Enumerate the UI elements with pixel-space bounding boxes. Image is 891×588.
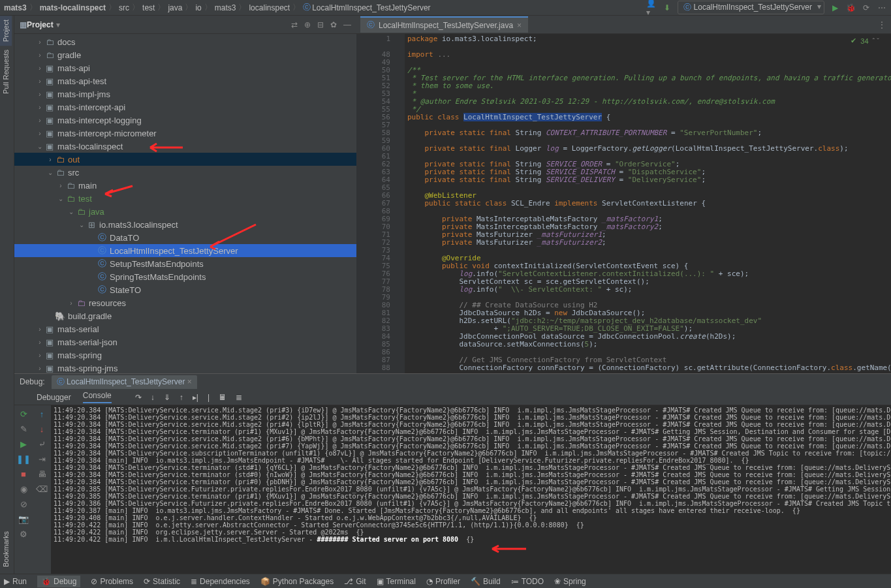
run-tab[interactable]: ▶ Run bbox=[4, 577, 27, 586]
tree-item[interactable]: ⓒDataTO bbox=[14, 231, 356, 244]
deps-tab[interactable]: ≣ Dependencies bbox=[191, 577, 250, 586]
resume-icon[interactable]: ▶ bbox=[20, 439, 27, 449]
run-config-select[interactable]: ⓒ LocalHtmlInspect_TestJettyServer bbox=[678, 1, 824, 14]
tree-item[interactable]: ⌄🗀java bbox=[14, 205, 356, 218]
step-over-icon[interactable]: ↷ bbox=[135, 393, 142, 402]
tree-item[interactable]: ⌄🗀test bbox=[14, 192, 356, 205]
editor-area: ⓒ LocalHtmlInspect_TestJettyServer.java … bbox=[356, 16, 891, 373]
profiler-tab[interactable]: ◔ Profiler bbox=[426, 577, 460, 586]
tree-item[interactable]: ⌄🗀src bbox=[14, 166, 356, 179]
coverage-icon[interactable]: ⟳ bbox=[861, 3, 871, 13]
pull-requests-tool[interactable]: Pull Requests bbox=[0, 46, 12, 98]
tree-item[interactable]: ›🗀docs bbox=[14, 35, 356, 48]
force-step-icon[interactable]: ⇓ bbox=[164, 393, 170, 402]
left-tool-strip: Project Pull Requests Bookmarks bbox=[0, 16, 14, 574]
debug-icon[interactable]: 🐞 bbox=[845, 3, 856, 13]
settings2-icon[interactable]: ⚙ bbox=[20, 529, 27, 539]
breadcrumb-bar: mats3〉 mats-localinspect〉 src〉 test〉 jav… bbox=[0, 0, 891, 16]
tree-item[interactable]: ›🗀resources bbox=[14, 296, 356, 309]
tree-item[interactable]: ›▣mats-api bbox=[14, 61, 356, 74]
step-out-icon[interactable]: ↑ bbox=[180, 393, 183, 402]
debug-side-controls: ⟳ ✎ ▶ ❚❚ ■ ◉ ⊘ 📷 ⚙ bbox=[14, 405, 33, 574]
tree-item[interactable]: ⌄▣mats-localinspect bbox=[14, 140, 356, 153]
debug-session-tab[interactable]: ⓒ LocalHtmlInspect_TestJettyServer × bbox=[52, 375, 197, 389]
tree-item[interactable]: ›▣mats-api-test bbox=[14, 74, 356, 87]
wrap-icon[interactable]: ⤶ bbox=[39, 439, 46, 449]
bottom-toolbar: ▶ Run 🐞 Debug ⊘ Problems ⟳ Statistic ≣ D… bbox=[0, 574, 891, 588]
close-tab-icon[interactable]: × bbox=[517, 21, 522, 30]
debug-panel: Debug: ⓒ LocalHtmlInspect_TestJettyServe… bbox=[14, 373, 891, 574]
tree-item[interactable]: ⓒLocalHtmlInspect_TestJettyServer bbox=[14, 244, 356, 257]
spring-tab[interactable]: ❀ Spring bbox=[554, 577, 586, 586]
tree-item[interactable]: ›▣mats-intercept-logging bbox=[14, 114, 356, 127]
editor-code[interactable]: package io.mats3.localinspect; import ..… bbox=[405, 34, 891, 373]
breadcrumb[interactable]: mats3〉 mats-localinspect〉 src〉 test〉 jav… bbox=[4, 2, 431, 13]
project-panel: ▦ Project ▾ ⇄ ⊕ ⊟ ✿ — ›🗀docs›🗀gradle›▣ma… bbox=[14, 16, 356, 373]
project-tool[interactable]: Project bbox=[0, 16, 12, 46]
stop-icon[interactable]: ■ bbox=[21, 469, 26, 479]
tree-item[interactable]: ⓒSetupTestMatsEndpoints bbox=[14, 257, 356, 270]
modify-icon[interactable]: ✎ bbox=[20, 424, 27, 434]
editor-gutter[interactable]: 1484950515253545556575859606162636465666… bbox=[356, 34, 394, 373]
build-icon[interactable]: ⬇ bbox=[662, 3, 672, 13]
mute-bp-icon[interactable]: ⊘ bbox=[20, 499, 27, 509]
debugger-tab[interactable]: Debugger bbox=[37, 393, 71, 402]
tree-item[interactable]: ›▣mats-spring bbox=[14, 348, 356, 362]
camera-icon[interactable]: 📷 bbox=[18, 514, 29, 524]
debug-title: Debug: bbox=[20, 377, 45, 386]
todo-tab[interactable]: ≔ TODO bbox=[511, 577, 544, 586]
tree-item[interactable]: 🐘build.gradle bbox=[14, 309, 356, 322]
console-side-controls: ↑ ↓ ⤶ ⇥ 🖶 ⌫ bbox=[33, 405, 51, 574]
tree-item[interactable]: ›▣mats-intercept-api bbox=[14, 101, 356, 114]
tree-item[interactable]: ›🗀gradle bbox=[14, 48, 356, 61]
up-icon[interactable]: ↑ bbox=[40, 409, 44, 419]
select-opened-icon[interactable]: ⇄ bbox=[291, 20, 298, 29]
console-output[interactable]: 11:49:20.384 [MATS:DeliveryService.servi… bbox=[51, 405, 891, 574]
run-icon[interactable]: ▶ bbox=[830, 3, 840, 13]
rerun-icon[interactable]: ⟳ bbox=[20, 409, 27, 419]
tree-item[interactable]: ›🗀main bbox=[14, 179, 356, 192]
build-tab[interactable]: 🔨 Build bbox=[471, 577, 501, 586]
editor-tab[interactable]: ⓒ LocalHtmlInspect_TestJettyServer.java … bbox=[360, 16, 528, 33]
console-tab[interactable]: Console bbox=[83, 391, 112, 403]
breakpoints-icon[interactable]: ◉ bbox=[20, 484, 27, 494]
step-into-icon[interactable]: ↓ bbox=[151, 393, 155, 402]
tree-item[interactable]: ⓒSpringTestMatsEndpoints bbox=[14, 270, 356, 283]
tree-item[interactable]: ⓒStateTO bbox=[14, 283, 356, 296]
collapse-all-icon[interactable]: ⊟ bbox=[317, 20, 324, 29]
run-to-cursor-icon[interactable]: ▸| bbox=[193, 393, 198, 402]
git-tab[interactable]: ⎇ Git bbox=[344, 577, 366, 586]
tree-item[interactable]: ›🗀out bbox=[14, 153, 356, 166]
tree-item[interactable]: ⌄⊞io.mats3.localinspect bbox=[14, 218, 356, 231]
pause-icon[interactable]: ❚❚ bbox=[16, 454, 31, 464]
expand-all-icon[interactable]: ⊕ bbox=[304, 20, 311, 29]
settings-icon[interactable]: ✿ bbox=[330, 20, 337, 29]
tree-item[interactable]: ›▣mats-intercept-micrometer bbox=[14, 127, 356, 140]
more-icon[interactable]: ⋯ bbox=[877, 3, 887, 13]
tree-item[interactable]: ›▣mats-serial-json bbox=[14, 335, 356, 348]
evaluate-icon[interactable]: 🖩 bbox=[219, 393, 227, 402]
down-icon[interactable]: ↓ bbox=[40, 424, 44, 434]
project-tree[interactable]: ›🗀docs›🗀gradle›▣mats-api›▣mats-api-test›… bbox=[14, 34, 356, 373]
tree-item[interactable]: ›▣mats-impl-jms bbox=[14, 87, 356, 101]
hide-icon[interactable]: — bbox=[343, 20, 351, 29]
clear-icon[interactable]: ⌫ bbox=[36, 484, 48, 494]
print-icon[interactable]: 🖶 bbox=[38, 469, 46, 479]
pypkg-tab[interactable]: 📦 Python Packages bbox=[260, 577, 334, 586]
user-icon[interactable]: 👤▾ bbox=[646, 3, 657, 13]
tree-item[interactable]: ›▣mats-serial bbox=[14, 322, 356, 335]
project-title: Project bbox=[27, 20, 54, 29]
problems-tab[interactable]: ⊘ Problems bbox=[91, 577, 133, 586]
terminal-tab[interactable]: ▣ Terminal bbox=[377, 577, 416, 586]
debug-tab[interactable]: 🐞 Debug bbox=[37, 576, 80, 587]
trace-icon[interactable]: ≣ bbox=[236, 393, 242, 402]
statistic-tab[interactable]: ⟳ Statistic bbox=[144, 577, 180, 586]
scroll-end-icon[interactable]: ⇥ bbox=[39, 454, 46, 464]
bookmarks-tool[interactable]: Bookmarks bbox=[0, 527, 12, 571]
editor-more-icon[interactable]: ⋮ bbox=[878, 20, 891, 29]
tree-item[interactable]: ›▣mats-spring-jms bbox=[14, 362, 356, 373]
inspection-widget[interactable]: ✔34 ˆ ˇ bbox=[851, 37, 879, 45]
